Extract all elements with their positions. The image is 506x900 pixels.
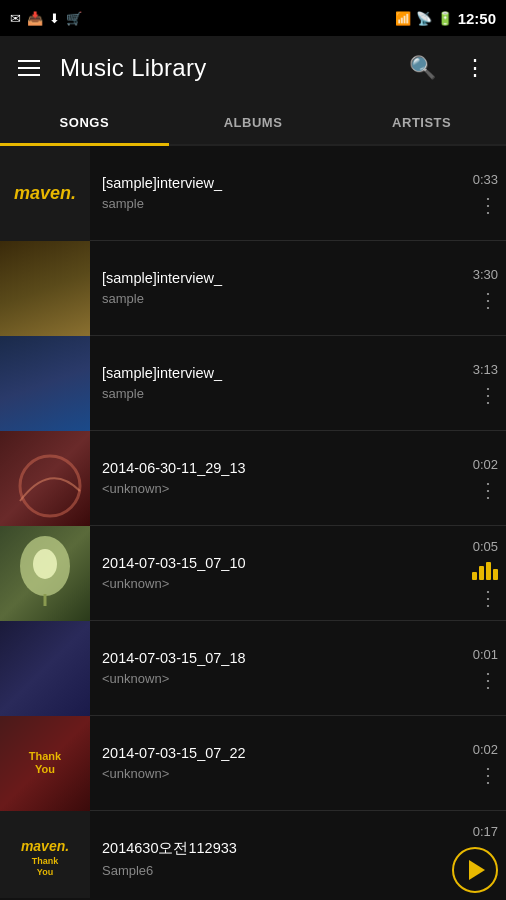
song-right: 0:05 ⋮ (446, 539, 506, 608)
song-duration: 0:01 (473, 647, 498, 662)
song-thumbnail (0, 336, 90, 431)
signal-icon: 📡 (416, 11, 432, 26)
song-duration: 0:17 (473, 824, 498, 839)
song-title: [sample]interview_ (102, 365, 434, 381)
list-item[interactable]: 2014-07-03-15_07_18 <unknown> 0:01 ⋮ (0, 621, 506, 716)
song-title: [sample]interview_ (102, 175, 434, 191)
song-right: 0:33 ⋮ (446, 172, 506, 215)
tab-albums[interactable]: ALBUMS (169, 100, 338, 144)
song-thumbnail: ThankYou (0, 716, 90, 811)
play-button[interactable] (452, 847, 498, 893)
song-title: [sample]interview_ (102, 270, 434, 286)
gmail-icon: ✉ (10, 11, 21, 26)
song-title: 2014630오전112933 (102, 839, 434, 858)
song-artist: Sample6 (102, 863, 434, 878)
tabs: SONGS ALBUMS ARTISTS (0, 100, 506, 146)
song-artist: sample (102, 196, 434, 211)
song-duration: 0:05 (473, 539, 498, 554)
equalizer-indicator (472, 562, 498, 580)
hamburger-menu-button[interactable] (14, 56, 44, 80)
song-artist: <unknown> (102, 576, 434, 591)
song-artist: <unknown> (102, 766, 434, 781)
wifi-icon: 📶 (395, 11, 411, 26)
song-duration: 0:33 (473, 172, 498, 187)
song-thumbnail (0, 431, 90, 526)
song-info: [sample]interview_ sample (90, 365, 446, 401)
song-right: 0:02 ⋮ (446, 457, 506, 500)
more-options-icon[interactable]: ⋮ (478, 670, 498, 690)
status-icons-right: 📶 📡 🔋 12:50 (395, 10, 496, 27)
status-time: 12:50 (458, 10, 496, 27)
song-duration: 0:02 (473, 457, 498, 472)
song-right: 3:30 ⋮ (446, 267, 506, 310)
app-bar-title: Music Library (60, 54, 387, 82)
more-options-button[interactable]: ⋮ (458, 49, 492, 87)
song-right: 0:01 ⋮ (446, 647, 506, 690)
more-options-icon[interactable]: ⋮ (478, 290, 498, 310)
song-right: 0:02 ⋮ (446, 742, 506, 785)
song-title: 2014-07-03-15_07_10 (102, 555, 434, 571)
more-options-icon[interactable]: ⋮ (478, 480, 498, 500)
song-artist: sample (102, 291, 434, 306)
song-duration: 0:02 (473, 742, 498, 757)
song-title: 2014-07-03-15_07_18 (102, 650, 434, 666)
song-thumbnail: maven. (0, 146, 90, 241)
svg-point-0 (20, 456, 80, 516)
list-item[interactable]: 2014-07-03-15_07_10 <unknown> 0:05 ⋮ (0, 526, 506, 621)
song-title: 2014-06-30-11_29_13 (102, 460, 434, 476)
song-info: 2014-07-03-15_07_10 <unknown> (90, 555, 446, 591)
list-item[interactable]: maven. ThankYou 2014630오전112933 Sample6 … (0, 811, 506, 898)
song-title: 2014-07-03-15_07_22 (102, 745, 434, 761)
song-duration: 3:30 (473, 267, 498, 282)
tab-songs[interactable]: SONGS (0, 100, 169, 144)
song-list: maven. [sample]interview_ sample 0:33 ⋮ … (0, 146, 506, 898)
app-bar: Music Library 🔍 ⋮ (0, 36, 506, 100)
tab-artists[interactable]: ARTISTS (337, 100, 506, 144)
list-item[interactable]: ThankYou 2014-07-03-15_07_22 <unknown> 0… (0, 716, 506, 811)
song-info: 2014-07-03-15_07_18 <unknown> (90, 650, 446, 686)
list-item[interactable]: 2014-06-30-11_29_13 <unknown> 0:02 ⋮ (0, 431, 506, 526)
list-item[interactable]: [sample]interview_ sample 3:13 ⋮ (0, 336, 506, 431)
song-info: 2014630오전112933 Sample6 (90, 839, 446, 878)
song-artist: sample (102, 386, 434, 401)
song-info: 2014-06-30-11_29_13 <unknown> (90, 460, 446, 496)
song-info: 2014-07-03-15_07_22 <unknown> (90, 745, 446, 781)
list-item[interactable]: [sample]interview_ sample 3:30 ⋮ (0, 241, 506, 336)
cart-icon: 🛒 (66, 11, 82, 26)
song-artist: <unknown> (102, 481, 434, 496)
song-artist: <unknown> (102, 671, 434, 686)
battery-icon: 🔋 (437, 11, 453, 26)
list-item[interactable]: maven. [sample]interview_ sample 0:33 ⋮ (0, 146, 506, 241)
search-button[interactable]: 🔍 (403, 49, 442, 87)
svg-point-2 (33, 549, 57, 579)
song-thumbnail (0, 621, 90, 716)
update-icon: ⬇ (49, 11, 60, 26)
status-bar: ✉ 📥 ⬇ 🛒 📶 📡 🔋 12:50 (0, 0, 506, 36)
more-options-icon[interactable]: ⋮ (478, 588, 498, 608)
song-duration: 3:13 (473, 362, 498, 377)
song-thumbnail (0, 526, 90, 621)
more-options-icon[interactable]: ⋮ (478, 195, 498, 215)
song-info: [sample]interview_ sample (90, 175, 446, 211)
more-options-icon[interactable]: ⋮ (478, 765, 498, 785)
download-icon: 📥 (27, 11, 43, 26)
song-right: 3:13 ⋮ (446, 362, 506, 405)
song-info: [sample]interview_ sample (90, 270, 446, 306)
song-thumbnail: maven. ThankYou (0, 811, 90, 899)
play-triangle-icon (469, 860, 485, 880)
status-icons-left: ✉ 📥 ⬇ 🛒 (10, 11, 82, 26)
song-right: 0:17 (446, 824, 506, 893)
song-thumbnail (0, 241, 90, 336)
more-options-icon[interactable]: ⋮ (478, 385, 498, 405)
